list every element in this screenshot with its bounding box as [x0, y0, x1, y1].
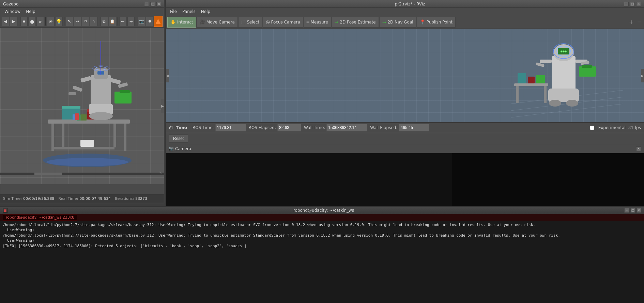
- rviz-publish-point-btn[interactable]: 📍 Publish Point: [417, 17, 456, 28]
- terminal-tab-label: robond@udacity: ~/catkin_ws 233x8: [6, 215, 74, 220]
- rviz-minimize-btn[interactable]: ─: [624, 2, 629, 6]
- svg-rect-32: [73, 85, 83, 92]
- time-reset-row: Reset: [166, 133, 644, 144]
- rviz-close-btn[interactable]: ✕: [636, 2, 641, 6]
- rviz-reset-btn[interactable]: Reset: [169, 134, 188, 143]
- real-time-value: 00:00:07:49.634: [79, 196, 111, 201]
- rviz-menu-help[interactable]: Help: [198, 9, 213, 15]
- rviz-focus-camera-btn[interactable]: ◎ Focus Camera: [263, 17, 303, 28]
- add-tool-btn[interactable]: +: [628, 19, 635, 25]
- toolbar-shape-btn[interactable]: [154, 16, 163, 27]
- gazebo-collapse-handle[interactable]: ▶: [161, 99, 164, 113]
- terminal-controls: ─ □ ✕: [624, 208, 641, 213]
- time-right-controls: Experimental 31 fps: [590, 125, 641, 130]
- svg-rect-23: [75, 113, 79, 120]
- gazebo-titlebar: Gazebo ─ □ ✕: [0, 0, 164, 8]
- gazebo-scrollbar-thumb[interactable]: [34, 173, 62, 175]
- toolbar-cursor-btn[interactable]: ↖: [66, 17, 73, 26]
- time-icon: ⏱: [169, 125, 173, 130]
- rviz-measure-btn[interactable]: ━ Measure: [304, 17, 331, 28]
- terminal-titlebar-left: ■: [3, 208, 23, 213]
- rviz-menubar: File Panels Help: [166, 8, 644, 15]
- toolbar-screenshot-btn[interactable]: 📷: [138, 17, 145, 26]
- svg-rect-62: [518, 73, 526, 83]
- sim-time-value: 00:00:19:36.288: [23, 196, 55, 201]
- rviz-menu-file[interactable]: File: [167, 9, 180, 15]
- toolbar-cylinder-btn[interactable]: ⌀: [36, 17, 44, 26]
- wall-elapsed-label: Wall Elapsed:: [370, 125, 397, 130]
- gazebo-window: Gazebo ─ □ ✕ Window Help ◀ ▶ ▪ ● ⌀ ☀ 💡 ↖…: [0, 0, 164, 203]
- svg-rect-54: [579, 66, 596, 77]
- ros-time-section: ROS Time:: [193, 124, 246, 131]
- toolbar-undo-btn[interactable]: ↩: [119, 17, 127, 26]
- gazebo-resize-handle[interactable]: ⤡: [159, 171, 163, 175]
- rviz-pose-estimate-btn[interactable]: → 2D Pose Estimate: [332, 17, 379, 28]
- focus-camera-label: Focus Camera: [271, 20, 300, 25]
- gazebo-scrollbar[interactable]: [0, 173, 164, 175]
- remove-tool-btn[interactable]: ─: [636, 19, 642, 25]
- terminal-line-1: /home/robond/.local/lib/python2.7/site-p…: [3, 222, 641, 227]
- rviz-robot-scene: ●●●: [511, 36, 623, 121]
- toolbar-sep-4: [99, 17, 99, 26]
- svg-point-57: [549, 100, 561, 107]
- rviz-toolbar-end: + ─: [628, 19, 642, 25]
- rviz-right-collapse[interactable]: ▶: [641, 69, 644, 82]
- toolbar-rotate-btn[interactable]: ↻: [82, 17, 89, 26]
- toolbar-redo-btn[interactable]: ↪: [127, 17, 135, 26]
- terminal-content[interactable]: /home/robond/.local/lib/python2.7/site-p…: [0, 221, 644, 302]
- time-panel-title: Time: [176, 125, 187, 130]
- camera-panel-header: 📷 Camera ✕: [166, 144, 644, 153]
- rviz-left-collapse[interactable]: ◀: [166, 69, 169, 82]
- rviz-select-btn[interactable]: ⬚ Select: [238, 17, 262, 28]
- toolbar-box-btn[interactable]: ▪: [20, 17, 28, 26]
- svg-rect-60: [516, 86, 519, 103]
- gazebo-maximize-btn[interactable]: □: [150, 2, 155, 6]
- ros-time-label: ROS Time:: [193, 125, 214, 130]
- svg-point-30: [89, 112, 113, 120]
- rviz-menu-panels[interactable]: Panels: [180, 9, 198, 15]
- gazebo-viewport[interactable]: ▶ ⤡: [0, 28, 164, 184]
- experimental-checkbox[interactable]: [590, 126, 594, 130]
- terminal-minimize-btn[interactable]: ─: [624, 208, 629, 213]
- toolbar-translate-btn[interactable]: ↔: [74, 17, 81, 26]
- gazebo-minimize-btn[interactable]: ─: [144, 2, 149, 6]
- rviz-move-camera-btn[interactable]: 🎥 Move Camera: [197, 17, 238, 28]
- toolbar-bulb-btn[interactable]: 💡: [55, 17, 63, 26]
- toolbar-forward-btn[interactable]: ▶: [10, 17, 17, 26]
- svg-rect-59: [514, 83, 548, 86]
- move-camera-icon: 🎥: [200, 19, 205, 25]
- toolbar-record-btn[interactable]: ⏺: [146, 17, 153, 26]
- terminal-titlebar: ■ robond@udacity: ~/catkin_ws ─ □ ✕: [0, 207, 644, 214]
- wall-elapsed-input[interactable]: [399, 124, 429, 131]
- ros-elapsed-input[interactable]: [277, 124, 301, 131]
- terminal-tab[interactable]: robond@udacity: ~/catkin_ws 233x8: [3, 214, 77, 221]
- toolbar-copy-btn[interactable]: ⧉: [101, 17, 108, 26]
- rviz-maximize-btn[interactable]: □: [630, 2, 635, 6]
- rviz-interact-btn[interactable]: ✋ Interact: [167, 17, 196, 28]
- ros-time-input[interactable]: [215, 124, 246, 131]
- svg-rect-55: [582, 65, 592, 68]
- svg-rect-31: [80, 76, 91, 82]
- camera-title-text: Camera: [175, 146, 191, 151]
- rviz-toolbar: ✋ Interact 🎥 Move Camera ⬚ Select ◎ Focu…: [166, 15, 644, 29]
- toolbar-back-btn[interactable]: ◀: [2, 17, 9, 26]
- toolbar-paste-btn[interactable]: 📋: [109, 17, 116, 26]
- toolbar-sun-btn[interactable]: ☀: [47, 17, 55, 26]
- toolbar-scale-btn[interactable]: ⤡: [90, 17, 97, 26]
- wall-time-input[interactable]: [326, 124, 367, 131]
- gazebo-menu-help[interactable]: Help: [23, 9, 38, 15]
- camera-panel-close-btn[interactable]: ✕: [636, 146, 641, 151]
- rviz-3d-viewport[interactable]: ◀ ▶ ●●●: [166, 29, 644, 123]
- measure-label: Measure: [311, 20, 328, 25]
- toolbar-sphere-btn[interactable]: ●: [28, 17, 36, 26]
- rviz-nav-goal-btn[interactable]: → 2D Nav Goal: [379, 17, 416, 28]
- real-time-label: Real Time:: [59, 196, 78, 201]
- terminal-maximize-btn[interactable]: □: [630, 208, 635, 213]
- gazebo-menu-window[interactable]: Window: [2, 9, 23, 15]
- terminal-close-btn[interactable]: ✕: [637, 208, 641, 213]
- select-icon: ⬚: [241, 19, 245, 25]
- svg-rect-64: [536, 75, 545, 83]
- fps-display: 31 fps: [628, 125, 641, 130]
- gazebo-close-btn[interactable]: ✕: [156, 2, 161, 6]
- rviz-titlebar: pr2.rviz* - RViz ─ □ ✕: [166, 0, 644, 8]
